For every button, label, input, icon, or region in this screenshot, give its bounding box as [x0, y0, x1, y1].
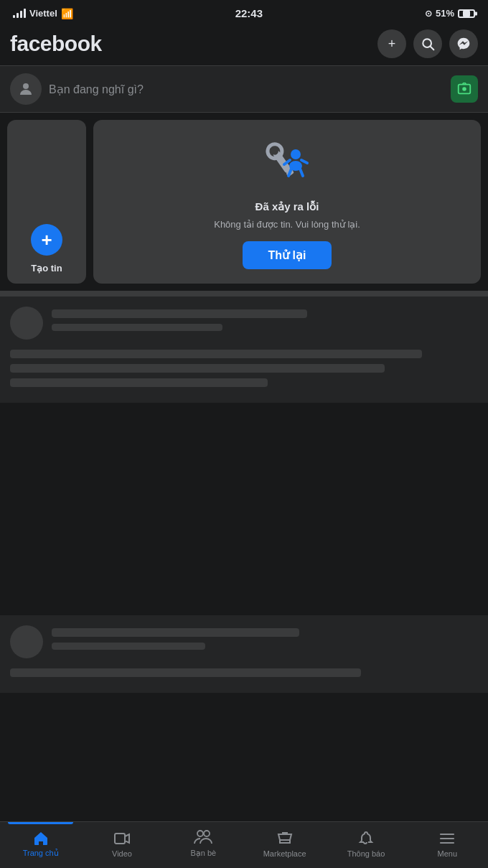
nav-label-home: Trang chủ — [23, 849, 59, 858]
svg-point-4 — [462, 87, 466, 91]
svg-line-14 — [301, 160, 307, 163]
skeleton-lines-2 — [52, 628, 478, 655]
video-icon — [113, 830, 131, 847]
create-story-card[interactable]: + Tạo tin — [7, 120, 86, 284]
location-icon: ⊙ — [425, 9, 432, 19]
skeleton-text-1b — [10, 364, 385, 373]
add-photo-button[interactable] — [451, 75, 478, 103]
nav-label-notifications: Thông báo — [347, 849, 385, 858]
skeleton-header-2 — [10, 625, 478, 658]
home-icon — [32, 829, 50, 846]
skeleton-sub-2 — [52, 643, 205, 650]
svg-point-2 — [23, 83, 29, 89]
skeleton-name-2 — [52, 628, 299, 637]
nav-active-indicator — [8, 822, 73, 824]
skeleton-text-1a — [10, 350, 422, 358]
battery-fill — [463, 11, 470, 17]
skeleton-lines-1 — [52, 309, 478, 337]
nav-item-menu[interactable]: Menu — [407, 822, 488, 868]
svg-point-16 — [197, 831, 203, 836]
create-story-label: Tạo tin — [31, 263, 62, 274]
svg-point-9 — [291, 149, 301, 159]
skeleton-text-1c — [10, 378, 268, 387]
marketplace-icon — [276, 830, 294, 847]
create-story-icon: + — [31, 224, 62, 256]
add-icon: + — [388, 37, 396, 52]
skeleton-text-2a — [10, 668, 361, 677]
retry-button[interactable]: Thử lại — [243, 241, 332, 269]
status-right: ⊙ 51% — [425, 8, 475, 19]
nav-item-video[interactable]: Video — [81, 822, 162, 868]
skeleton-avatar-1 — [10, 307, 43, 340]
nav-item-home[interactable]: Trang chủ — [0, 822, 81, 868]
nav-label-menu: Menu — [438, 849, 458, 858]
bell-icon — [357, 830, 375, 847]
nav-label-video: Video — [112, 849, 132, 858]
svg-rect-15 — [115, 834, 125, 844]
search-icon — [421, 37, 435, 51]
signal-bars-icon — [13, 9, 26, 18]
post-placeholder[interactable]: Bạn đang nghĩ gì? — [49, 83, 444, 96]
messenger-icon — [456, 37, 471, 51]
header-actions: + — [377, 29, 478, 58]
battery-percent: 51% — [436, 8, 454, 19]
feed-empty-area — [0, 414, 488, 615]
battery-icon — [458, 9, 475, 18]
error-illustration — [258, 134, 316, 192]
svg-line-12 — [300, 169, 303, 176]
feed-spacer — [0, 409, 488, 414]
svg-line-1 — [431, 47, 434, 50]
skeleton-avatar-2 — [10, 625, 43, 658]
skeleton-sub-1 — [52, 324, 222, 331]
friends-icon — [194, 828, 212, 846]
status-bar: Viettel 📶 22:43 ⊙ 51% — [0, 0, 488, 24]
status-time: 22:43 — [235, 7, 263, 19]
carrier-label: Viettel — [29, 8, 57, 19]
app-header: facebook + — [0, 24, 488, 65]
nav-item-friends[interactable]: Bạn bè — [163, 822, 244, 868]
skeleton-name-1 — [52, 309, 307, 318]
error-subtitle: Không tải được tin. Vui lòng thử lại. — [214, 219, 360, 230]
nav-label-marketplace: Marketplace — [263, 849, 306, 858]
nav-label-friends: Bạn bè — [190, 849, 216, 858]
stories-section: + Tạo tin — [0, 113, 488, 297]
add-button[interactable]: + — [377, 29, 406, 58]
error-title: Đã xảy ra lỗi — [255, 200, 319, 213]
story-error-card: Đã xảy ra lỗi Không tải được tin. Vui lò… — [93, 120, 481, 284]
menu-icon — [438, 830, 456, 847]
bottom-nav: Trang chủ Video Bạn bè Marketplace — [0, 821, 488, 868]
post-box: Bạn đang nghĩ gì? — [0, 65, 488, 113]
skeleton-header-1 — [10, 307, 478, 340]
svg-point-17 — [204, 831, 210, 836]
feed — [0, 297, 488, 693]
messenger-button[interactable] — [449, 29, 478, 58]
feed-card-1 — [0, 297, 488, 403]
search-button[interactable] — [413, 29, 442, 58]
user-avatar — [10, 73, 42, 105]
wifi-icon: 📶 — [61, 8, 73, 19]
nav-item-notifications[interactable]: Thông báo — [325, 822, 406, 868]
status-left: Viettel 📶 — [13, 8, 73, 19]
nav-item-marketplace[interactable]: Marketplace — [244, 822, 325, 868]
app-logo: facebook — [10, 32, 102, 56]
feed-card-2 — [0, 615, 488, 693]
